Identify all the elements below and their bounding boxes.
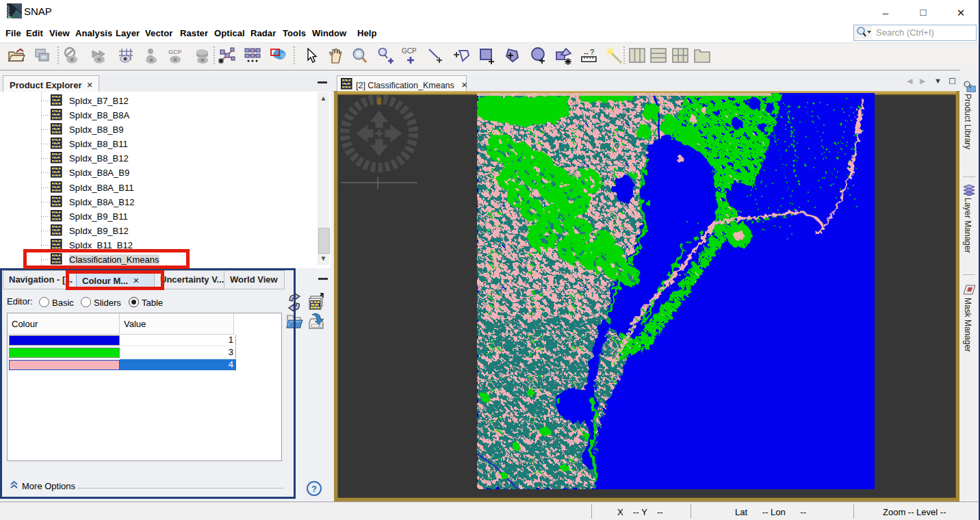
svg-text:GCP: GCP	[168, 49, 182, 55]
svg-text:?: ?	[311, 484, 317, 494]
svg-text:GCP: GCP	[402, 47, 417, 55]
svg-text:SNAP: SNAP	[7, 5, 10, 16]
svg-text:↔?: ↔?	[582, 48, 594, 56]
